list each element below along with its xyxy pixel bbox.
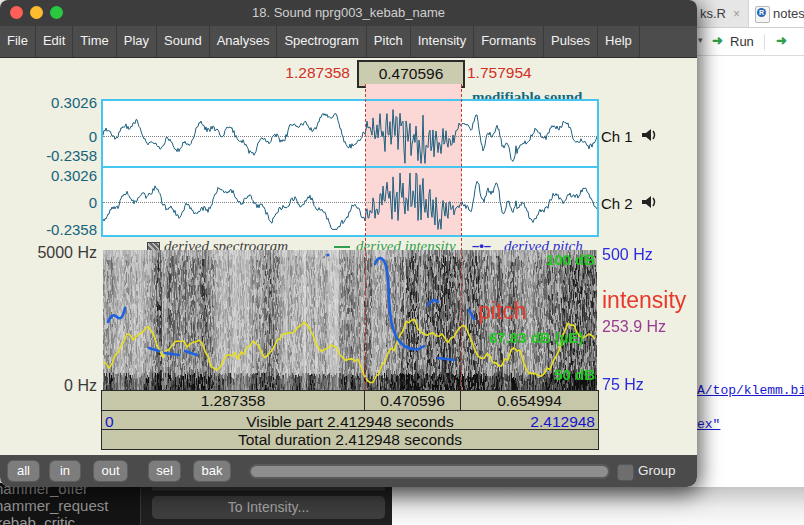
channel-2-label: Ch 2 [601, 195, 633, 212]
amp-max-ch1: 0.3026 [2, 94, 97, 111]
zoom-out-button[interactable]: out [94, 461, 127, 481]
zoom-sel-button[interactable]: sel [149, 461, 180, 481]
console-link-ex[interactable]: ex" [697, 417, 720, 432]
db-bottom-label: 50 dB [540, 366, 595, 383]
rstudio-tab-strip: ks.R × R notes_ [690, 0, 804, 28]
praat-editor-window: 18. Sound nprg003_kebab_name File Edit T… [0, 0, 697, 487]
zoom-back-button[interactable]: bak [194, 461, 230, 481]
speaker-icon[interactable] [640, 194, 658, 210]
visible-part-bar[interactable]: 0 Visible part 2.412948 seconds 2.412948 [101, 410, 599, 431]
divider [140, 483, 141, 525]
zoom-in-button[interactable]: in [50, 461, 80, 481]
waveform-traces[interactable] [103, 101, 597, 235]
tab-close-icon[interactable]: × [733, 7, 740, 21]
rstudio-background: ks.R × R notes_ ▾ ➜ Run ➜ A/top/klemm.bi… [690, 0, 804, 525]
amp-max-ch2: 0.3026 [2, 167, 97, 184]
speaker-icon[interactable] [640, 127, 658, 143]
list-item[interactable]: hammer_request [0, 497, 108, 514]
freq-label-5000: 5000 Hz [2, 244, 97, 262]
group-checkbox[interactable] [617, 464, 634, 481]
menu-play[interactable]: Play [117, 26, 157, 57]
amp-zero-ch1: 0 [2, 128, 97, 145]
editor-toolbar: all in out sel bak Group [0, 455, 697, 487]
menu-bar: File Edit Time Play Sound Analyses Spect… [0, 26, 697, 58]
channel-1-label: Ch 1 [601, 128, 633, 145]
tab-notes-label: notes_ [773, 6, 804, 21]
channel-divider [101, 166, 599, 168]
group-label: Group [638, 463, 676, 478]
menu-help[interactable]: Help [598, 26, 640, 57]
amp-min-ch1: -0.2358 [2, 147, 97, 164]
menu-spectrogram[interactable]: Spectrogram [277, 26, 366, 57]
console-link-bib[interactable]: A/top/klemm.bib [697, 383, 804, 398]
menu-intensity[interactable]: Intensity [411, 26, 474, 57]
screen: ks.R × R notes_ ▾ ➜ Run ➜ A/top/klemm.bi… [0, 0, 804, 525]
pitch-value-label: 253.9 Hz [602, 318, 666, 336]
r-script-icon: R [755, 6, 770, 23]
freq-label-500: 500 Hz [602, 246, 653, 264]
rstudio-source-toolbar: ▾ ➜ Run ➜ [690, 28, 804, 56]
tab-notes[interactable]: R notes_ [748, 0, 804, 27]
rerun-icon[interactable]: ➜ [776, 33, 787, 48]
run-icon[interactable]: ➜ [712, 33, 723, 48]
run-button[interactable]: Run [730, 34, 754, 49]
window-title: 18. Sound nprg003_kebab_name [0, 5, 697, 20]
selection-end-time: 1.757954 [467, 64, 532, 82]
menu-pulses[interactable]: Pulses [544, 26, 598, 57]
visible-start: 0 [105, 412, 114, 431]
db-cursor-label: 67.83 dB (µE) [489, 329, 584, 346]
db-top-label: 100 dB [505, 251, 595, 268]
menu-file[interactable]: File [0, 26, 36, 57]
intensity-annotation: intensity [602, 287, 686, 314]
menu-pitch[interactable]: Pitch [367, 26, 411, 57]
menu-edit[interactable]: Edit [36, 26, 73, 57]
visible-end: 2.412948 [530, 412, 595, 431]
freq-label-0: 0 Hz [2, 377, 97, 395]
title-bar[interactable]: 18. Sound nprg003_kebab_name [0, 0, 697, 26]
intensity-legend-icon [334, 246, 350, 248]
amp-zero-ch2: 0 [2, 194, 97, 211]
time-scrollbar[interactable] [249, 464, 610, 479]
menu-sound[interactable]: Sound [157, 26, 210, 57]
amp-min-ch2: -0.2358 [2, 221, 97, 238]
time-after-selection[interactable]: 0.654994 [460, 390, 599, 411]
selection-start-time: 1.287358 [242, 64, 350, 82]
time-before-selection[interactable]: 1.287358 [101, 390, 365, 411]
menu-analyses[interactable]: Analyses [210, 26, 278, 57]
toolbar-separator [764, 34, 765, 50]
zoom-all-button[interactable]: all [8, 461, 39, 481]
list-item[interactable]: kebab_critic [0, 514, 75, 525]
praat-objects-window: hammer_offer hammer_request kebab_critic… [0, 483, 392, 525]
menu-time[interactable]: Time [73, 26, 116, 57]
freq-label-75: 75 Hz [602, 376, 644, 394]
tab-ksr[interactable]: ks.R [700, 6, 726, 21]
chevron-down-icon[interactable]: ▾ [698, 35, 703, 45]
to-intensity-button[interactable]: To Intensity... [152, 496, 385, 519]
total-duration-bar[interactable]: Total duration 2.412948 seconds [101, 429, 599, 450]
visible-part-label: Visible part 2.412948 seconds [246, 413, 453, 430]
selection-dashed-lines [365, 84, 462, 390]
menu-formants[interactable]: Formants [474, 26, 544, 57]
scrollbar-thumb[interactable] [251, 466, 608, 477]
pitch-annotation: pitch [478, 298, 527, 325]
time-selection-length[interactable]: 0.470596 [364, 390, 462, 411]
objects-list: hammer_offer hammer_request kebab_critic [0, 483, 140, 525]
desktop-gradient [392, 487, 804, 525]
